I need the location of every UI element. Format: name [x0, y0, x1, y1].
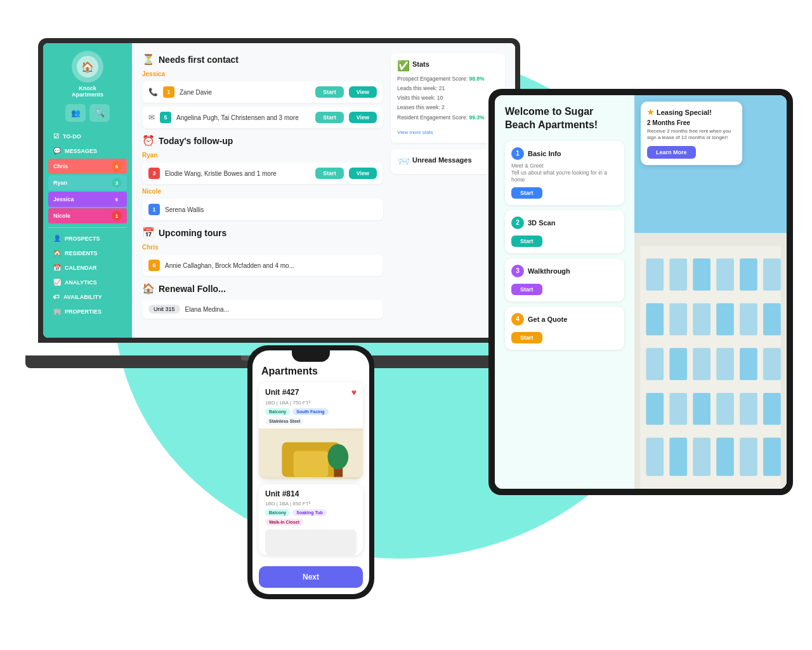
- svg-rect-18: [740, 348, 757, 380]
- step1-btn[interactable]: Start: [511, 187, 542, 199]
- step1-header: 1 Basic Info: [511, 147, 618, 160]
- sidebar-item-calendar[interactable]: 📅 CALENDAR: [48, 261, 127, 274]
- svg-rect-10: [693, 303, 710, 335]
- add-contact-btn[interactable]: 👥: [65, 104, 86, 122]
- sidebar-item-messages[interactable]: 💬 MESSAGES: [48, 144, 127, 157]
- step1-desc: Meet & GreetTell us about what you're lo…: [511, 162, 618, 183]
- svg-rect-4: [693, 258, 710, 290]
- tag-balcony: Balcony: [265, 408, 290, 415]
- svg-rect-22: [693, 393, 710, 425]
- svg-rect-31: [763, 437, 781, 475]
- svg-rect-27: [669, 437, 687, 475]
- todays-followup-section: ⏰ Today's follow-up: [142, 135, 383, 147]
- contact-row-serena: 1 Serena Wallis: [142, 199, 383, 220]
- calendar-icon: 📅: [53, 264, 61, 271]
- alarm-icon: ⏰: [142, 135, 155, 147]
- sidebar-item-nicole[interactable]: Nicole 1: [48, 208, 127, 223]
- welcome-title: Welcome to Sugar Beach Apartments!: [505, 105, 624, 132]
- learn-more-btn[interactable]: Learn More: [647, 146, 696, 159]
- step3-btn[interactable]: Start: [511, 284, 542, 295]
- contact-row-angelina: ✉ 5 Angelina Pugh, Tai Christensen and 3…: [142, 107, 383, 128]
- svg-rect-7: [763, 258, 781, 290]
- tablet-body: Welcome to Sugar Beach Apartments! 1 Bas…: [488, 89, 793, 495]
- contact-row-zane: 📞 1 Zane Davie Start View: [142, 81, 383, 103]
- building-svg: [634, 233, 787, 489]
- svg-rect-25: [763, 393, 781, 425]
- step-quote: 4 Get a Quote Start: [505, 307, 624, 350]
- phone-icon: 📞: [148, 88, 158, 96]
- unit-badge: Unit 315: [148, 305, 180, 314]
- svg-rect-28: [693, 437, 710, 475]
- prospect-score: 98.8%: [469, 76, 484, 82]
- step-walkthrough: 3 Walkthrough Start: [505, 258, 624, 302]
- main-left: ⏳ Needs first contact Jessica 📞 1 Zane D…: [142, 53, 383, 328]
- renewal-follow-title: Renewal Follo...: [159, 284, 226, 294]
- svg-rect-16: [693, 348, 710, 380]
- sidebar-item-prospects[interactable]: 👤 PROSPECTS: [48, 232, 127, 245]
- mail-icon: ✉: [148, 113, 155, 122]
- logo-inner: 🏠: [77, 56, 98, 77]
- sidebar-divider: [48, 227, 127, 228]
- properties-icon: 🏢: [53, 308, 61, 315]
- upcoming-tours-section: 📅 Upcoming tours: [142, 227, 383, 239]
- svg-rect-17: [716, 348, 734, 380]
- start-btn-elodie[interactable]: Start: [315, 168, 344, 179]
- sidebar-item-jessica[interactable]: Jessica 6: [48, 192, 127, 207]
- apt427-title: Unit #427: [265, 388, 299, 397]
- tablet-screen: Welcome to Sugar Beach Apartments! 1 Bas…: [495, 95, 787, 489]
- sidebar-item-properties[interactable]: 🏢 PROPERTIES: [48, 305, 127, 318]
- step4-header: 4 Get a Quote: [511, 313, 618, 326]
- view-more-link[interactable]: View more stats: [397, 125, 499, 136]
- svg-rect-21: [669, 393, 687, 425]
- ryan-label: Ryan: [142, 152, 383, 159]
- svg-rect-24: [740, 393, 757, 425]
- start-btn-angelina[interactable]: Start: [315, 112, 344, 123]
- todays-followup-title: Today's follow-up: [159, 136, 233, 146]
- step3-title: Walkthrough: [528, 267, 570, 275]
- tag-closet: Walk-In Closet: [265, 519, 303, 526]
- svg-rect-9: [669, 303, 687, 335]
- apt814-image: [265, 529, 357, 555]
- sidebar-item-ryan[interactable]: Ryan 3: [48, 175, 127, 190]
- contact-row-annie: 6 Annie Callaghan, Brock Mcfadden and 4 …: [142, 255, 383, 276]
- tablet-left-panel: Welcome to Sugar Beach Apartments! 1 Bas…: [495, 95, 634, 489]
- apt427-tags: Balcony South Facing Stainless Steel: [259, 408, 363, 428]
- sidebar-item-residents[interactable]: 🏠 RESIDENTS: [48, 246, 127, 260]
- svg-rect-12: [740, 303, 757, 335]
- sidebar-nav: ☑ TO-DO 💬 MESSAGES Chris 6 Ryan: [43, 129, 132, 319]
- step2-title: 3D Scan: [528, 219, 555, 227]
- svg-rect-19: [763, 348, 781, 380]
- view-btn-angelina[interactable]: View: [349, 112, 377, 123]
- step2-num: 2: [511, 216, 524, 229]
- step1-title: Basic Info: [528, 150, 561, 157]
- start-btn-zane[interactable]: Start: [315, 86, 344, 98]
- leases-stat: Leases this week: 2: [397, 104, 499, 112]
- contact-num-1: 1: [163, 86, 174, 98]
- step1-num: 1: [511, 147, 524, 160]
- step2-btn[interactable]: Start: [511, 235, 542, 247]
- stats-title: Stats: [412, 60, 429, 68]
- step4-btn[interactable]: Start: [511, 332, 542, 343]
- leasing-desc: Receive 2 months free rent when you sign…: [647, 128, 736, 142]
- main-right: ✅ Stats Prospect Engagement Score: 98.8%…: [391, 53, 505, 328]
- nicole-label: Nicole: [142, 188, 383, 195]
- sidebar-item-todo[interactable]: ☑ TO-DO: [48, 129, 127, 143]
- svg-rect-14: [646, 348, 664, 380]
- messages-icon: 💬: [53, 147, 61, 154]
- apt-card-427: Unit #427 ♥ 1BD | 1BA | 750 FT² Balcony …: [259, 382, 363, 479]
- sidebar-item-chris[interactable]: Chris 6: [48, 159, 127, 174]
- view-btn-zane[interactable]: View: [349, 86, 377, 98]
- apt427-image: [259, 428, 363, 479]
- jessica-badge: 6: [112, 194, 122, 204]
- contact-row-renewal: Unit 315 Elana Medina...: [142, 300, 383, 319]
- search-btn[interactable]: 🔍: [89, 104, 110, 122]
- leasing-badge-title: ★ Leasing Special!: [647, 108, 736, 117]
- leasing-badge: ★ Leasing Special! 2 Months Free Receive…: [641, 102, 742, 165]
- chris-badge: 6: [112, 161, 122, 171]
- sidebar-item-analytics[interactable]: 📈 ANALYTICS: [48, 275, 127, 289]
- sidebar-item-availability[interactable]: 🏷 AVAILABILITY: [48, 290, 127, 303]
- view-btn-elodie[interactable]: View: [349, 168, 377, 179]
- apt814-tags: Balcony Soaking Tub Walk-In Closet: [259, 509, 363, 529]
- next-btn[interactable]: Next: [259, 566, 363, 588]
- laptop-body: 🏠 Knock Apartments 👥 🔍 ☑ TO-DO: [38, 38, 520, 343]
